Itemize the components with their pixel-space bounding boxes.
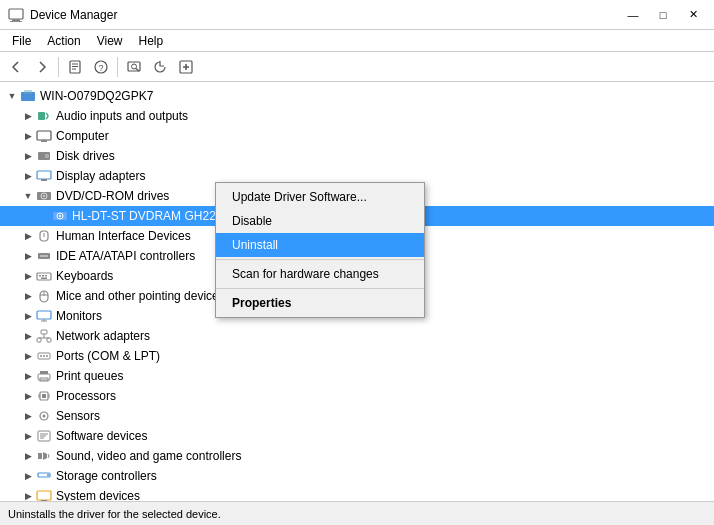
tree-item-print[interactable]: ▶ Print queues: [0, 366, 714, 386]
tree-label-dvddev: HL-DT-ST DVDRAM GH22NS: [72, 209, 232, 223]
tree-item-sound[interactable]: ▶ Sound, video and game controllers: [0, 446, 714, 466]
expander-ports[interactable]: ▶: [20, 348, 36, 364]
menu-help[interactable]: Help: [131, 32, 172, 50]
expander-hid[interactable]: ▶: [20, 228, 36, 244]
expander-software[interactable]: ▶: [20, 428, 36, 444]
tree-label-sound: Sound, video and game controllers: [56, 449, 241, 463]
title-bar-controls: — □ ✕: [620, 5, 706, 25]
tree-item-computer[interactable]: ▶ Computer: [0, 126, 714, 146]
ctx-properties[interactable]: Properties: [216, 291, 424, 315]
svg-rect-0: [9, 9, 23, 19]
icon-root: [20, 88, 36, 104]
tree-label-root: WIN-O079DQ2GPK7: [40, 89, 153, 103]
svg-point-66: [43, 415, 46, 418]
svg-rect-17: [38, 112, 45, 120]
svg-rect-19: [41, 140, 47, 142]
toolbar-forward-button[interactable]: [30, 55, 54, 79]
expander-mice[interactable]: ▶: [20, 288, 36, 304]
close-button[interactable]: ✕: [680, 5, 706, 25]
expander-sound[interactable]: ▶: [20, 448, 36, 464]
tree-item-system[interactable]: ▶ System devices: [0, 486, 714, 501]
expander-print[interactable]: ▶: [20, 368, 36, 384]
maximize-button[interactable]: □: [650, 5, 676, 25]
expander-keyboard[interactable]: ▶: [20, 268, 36, 284]
icon-disk: [36, 148, 52, 164]
tree-label-computer: Computer: [56, 129, 109, 143]
icon-sensors: [36, 408, 52, 424]
svg-rect-38: [45, 275, 47, 277]
svg-rect-74: [37, 491, 51, 500]
toolbar-scan-button[interactable]: [122, 55, 146, 79]
menu-view[interactable]: View: [89, 32, 131, 50]
status-text: Uninstalls the driver for the selected d…: [8, 508, 221, 520]
tree-item-root[interactable]: ▼ WIN-O079DQ2GPK7: [0, 86, 714, 106]
tree-item-processors[interactable]: ▶ Processors: [0, 386, 714, 406]
toolbar-help-button[interactable]: ?: [89, 55, 113, 79]
expander-display[interactable]: ▶: [20, 168, 36, 184]
ctx-sep-1: [216, 259, 424, 260]
tree-item-sensors[interactable]: ▶ Sensors: [0, 406, 714, 426]
tree-item-ports[interactable]: ▶ Ports (COM & LPT): [0, 346, 714, 366]
expander-disk[interactable]: ▶: [20, 148, 36, 164]
tree-item-software[interactable]: ▶ Software devices: [0, 426, 714, 446]
svg-rect-57: [40, 371, 48, 374]
expander-ide[interactable]: ▶: [20, 248, 36, 264]
svg-point-27: [43, 195, 45, 197]
svg-text:?: ?: [99, 63, 104, 73]
menu-file[interactable]: File: [4, 32, 39, 50]
app-icon: [8, 7, 24, 23]
icon-monitors: [36, 308, 52, 324]
tree-item-network[interactable]: ▶ Network adapters: [0, 326, 714, 346]
expander-audio[interactable]: ▶: [20, 108, 36, 124]
ctx-uninstall[interactable]: Uninstall: [216, 233, 424, 257]
icon-system: [36, 488, 52, 501]
toolbar-back-button[interactable]: [4, 55, 28, 79]
expander-computer[interactable]: ▶: [20, 128, 36, 144]
ctx-sep-2: [216, 288, 424, 289]
tree-label-dvd: DVD/CD-ROM drives: [56, 189, 169, 203]
icon-sound: [36, 448, 52, 464]
expander-processors[interactable]: ▶: [20, 388, 36, 404]
tree-item-disk[interactable]: ▶ Disk drives: [0, 146, 714, 166]
expander-storage[interactable]: ▶: [20, 468, 36, 484]
tree-label-network: Network adapters: [56, 329, 150, 343]
expander-system[interactable]: ▶: [20, 488, 36, 501]
expander-network[interactable]: ▶: [20, 328, 36, 344]
expander-dvd[interactable]: ▼: [20, 188, 36, 204]
svg-point-73: [47, 474, 49, 476]
tree-item-storage[interactable]: ▶ Storage controllers: [0, 466, 714, 486]
minimize-button[interactable]: —: [620, 5, 646, 25]
svg-rect-18: [37, 131, 51, 140]
svg-rect-60: [42, 394, 46, 398]
expander-monitors[interactable]: ▶: [20, 308, 36, 324]
svg-rect-75: [41, 500, 47, 501]
tree-label-monitors: Monitors: [56, 309, 102, 323]
expander-root[interactable]: ▼: [4, 88, 20, 104]
icon-software: [36, 428, 52, 444]
ctx-scan[interactable]: Scan for hardware changes: [216, 262, 424, 286]
ctx-disable[interactable]: Disable: [216, 209, 424, 233]
svg-rect-1: [12, 19, 20, 21]
menu-action[interactable]: Action: [39, 32, 88, 50]
tree-label-print: Print queues: [56, 369, 123, 383]
expander-dvddev[interactable]: [36, 208, 52, 224]
expander-sensors[interactable]: ▶: [20, 408, 36, 424]
tree-item-audio[interactable]: ▶ Audio inputs and outputs: [0, 106, 714, 126]
toolbar-update-button[interactable]: [148, 55, 172, 79]
svg-point-10: [132, 64, 137, 69]
menu-bar: File Action View Help: [0, 30, 714, 52]
icon-hid: [36, 228, 52, 244]
svg-rect-36: [39, 275, 41, 277]
icon-network: [36, 328, 52, 344]
icon-computer: [36, 128, 52, 144]
svg-rect-71: [38, 453, 42, 459]
toolbar-add-button[interactable]: [174, 55, 198, 79]
ctx-update-driver[interactable]: Update Driver Software...: [216, 185, 424, 209]
icon-audio: [36, 108, 52, 124]
icon-processors: [36, 388, 52, 404]
tree-label-processors: Processors: [56, 389, 116, 403]
toolbar-properties-button[interactable]: [63, 55, 87, 79]
tree-label-software: Software devices: [56, 429, 147, 443]
tree-label-mice: Mice and other pointing devices: [56, 289, 225, 303]
svg-rect-43: [37, 311, 51, 319]
